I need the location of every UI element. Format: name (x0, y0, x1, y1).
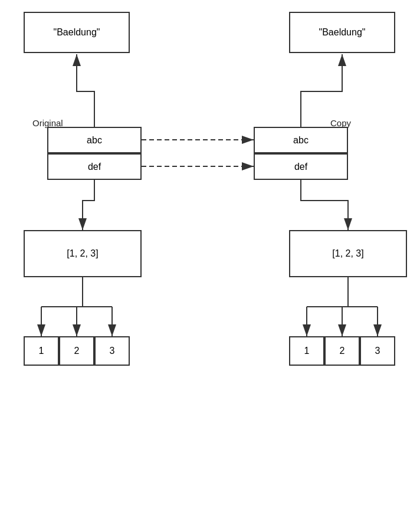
right-obj-to-string-arrow (301, 54, 342, 127)
left-obj-to-string-arrow (77, 54, 94, 127)
right-abc-text: abc (293, 135, 309, 146)
right-obj-to-array-arrow (301, 180, 348, 230)
left-object-def: def (47, 153, 142, 180)
right-object-def: def (254, 153, 348, 180)
right-object-abc: abc (254, 127, 348, 153)
left-elem3: 3 (94, 336, 130, 366)
right-string-box: "Baeldung" (289, 12, 395, 53)
left-abc-text: abc (87, 135, 102, 146)
left-string-value: "Baeldung" (54, 27, 100, 38)
right-array-value: [1, 2, 3] (332, 248, 363, 259)
left-def-text: def (88, 162, 101, 172)
right-array-box: [1, 2, 3] (289, 230, 407, 277)
left-array-box: [1, 2, 3] (24, 230, 142, 277)
right-elem2: 2 (324, 336, 360, 366)
left-array-value: [1, 2, 3] (67, 248, 98, 259)
right-string-value: "Baeldung" (319, 27, 366, 38)
left-elem2: 2 (59, 336, 94, 366)
right-def-text: def (294, 162, 307, 172)
left-object-abc: abc (47, 127, 142, 153)
right-elem3: 3 (360, 336, 395, 366)
left-obj-to-array-arrow (83, 180, 94, 230)
left-elem1: 1 (24, 336, 59, 366)
left-string-box: "Baeldung" (24, 12, 130, 53)
right-elem1: 1 (289, 336, 324, 366)
diagram: "Baeldung" Original abc def [1, 2, 3] 1 … (0, 0, 420, 512)
